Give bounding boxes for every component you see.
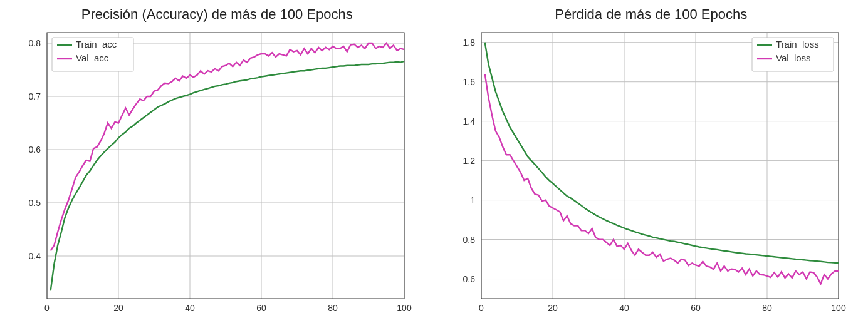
svg-text:60: 60	[691, 303, 701, 313]
svg-text:0: 0	[479, 303, 484, 313]
accuracy-chart-panel: Precisión (Accuracy) de más de 100 Epoch…	[13, 6, 422, 320]
svg-text:100: 100	[831, 303, 846, 313]
svg-text:0.8: 0.8	[29, 38, 41, 48]
svg-text:Val_loss: Val_loss	[776, 53, 811, 63]
svg-text:1.8: 1.8	[463, 38, 475, 48]
svg-text:1.4: 1.4	[463, 116, 475, 126]
svg-text:80: 80	[762, 303, 772, 313]
svg-text:Train_loss: Train_loss	[776, 39, 819, 49]
svg-text:0.8: 0.8	[463, 235, 475, 245]
svg-text:1.2: 1.2	[463, 156, 475, 166]
accuracy-chart: 0204060801000.40.50.60.70.8Train_accVal_…	[13, 26, 414, 320]
loss-chart: 0204060801000.60.811.21.41.61.8Train_los…	[447, 26, 848, 320]
svg-text:0: 0	[44, 303, 50, 313]
loss-chart-title: Pérdida de más de 100 Epochs	[447, 6, 856, 23]
svg-text:40: 40	[185, 303, 195, 313]
loss-chart-panel: Pérdida de más de 100 Epochs 02040608010…	[447, 6, 856, 320]
svg-text:20: 20	[113, 303, 123, 313]
legend: Train_lossVal_loss	[752, 38, 834, 71]
svg-text:100: 100	[397, 303, 412, 313]
svg-text:Train_acc: Train_acc	[76, 39, 117, 49]
charts-row: Precisión (Accuracy) de más de 100 Epoch…	[0, 0, 868, 327]
svg-rect-11	[47, 33, 404, 299]
svg-text:1.6: 1.6	[463, 77, 475, 87]
legend: Train_accVal_acc	[52, 38, 133, 71]
svg-text:0.6: 0.6	[29, 145, 41, 155]
svg-text:0.7: 0.7	[29, 91, 41, 101]
svg-text:1: 1	[470, 195, 475, 205]
accuracy-chart-title: Precisión (Accuracy) de más de 100 Epoch…	[13, 6, 422, 23]
svg-text:Val_acc: Val_acc	[76, 53, 109, 63]
svg-text:0.6: 0.6	[463, 274, 475, 284]
svg-text:40: 40	[619, 303, 629, 313]
svg-text:80: 80	[328, 303, 338, 313]
svg-text:20: 20	[548, 303, 558, 313]
svg-text:0.4: 0.4	[29, 251, 41, 261]
svg-text:60: 60	[256, 303, 266, 313]
svg-text:0.5: 0.5	[29, 198, 41, 208]
